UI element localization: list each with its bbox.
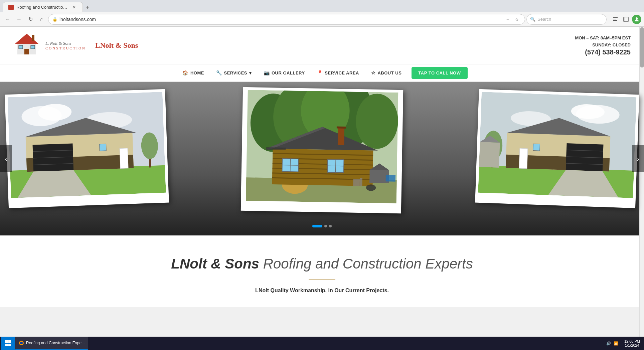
nav-about[interactable]: ☆ ABOUT US (365, 64, 408, 81)
svg-rect-75 (533, 144, 540, 151)
slider-dot-active[interactable] (312, 225, 322, 227)
slider-dots (312, 225, 332, 227)
heading-bold-text: LNolt & Sons (171, 256, 259, 272)
tab-bar: Roofing and Construction Expe... ✕ + (0, 0, 644, 12)
center-photo-inner (244, 90, 400, 203)
svg-rect-57 (360, 178, 362, 186)
tab-close-button[interactable]: ✕ (71, 4, 77, 10)
svg-rect-60 (386, 175, 395, 182)
svg-rect-56 (353, 179, 360, 186)
slider-image-right (475, 89, 639, 208)
nav-services[interactable]: 🔧 SERVICES ▾ (210, 64, 258, 81)
sidebar-button[interactable] (621, 15, 631, 24)
site-navigation: 🏠 HOME 🔧 SERVICES ▾ 📷 OUR GALLERY 📍 SERV… (0, 64, 644, 82)
home-nav-icon: 🏠 (182, 70, 188, 75)
right-building-image (478, 92, 636, 198)
url-more-button[interactable]: ··· (503, 15, 511, 23)
svg-rect-2 (613, 20, 617, 21)
left-building-image (7, 92, 166, 198)
home-button[interactable]: ⌂ (37, 14, 47, 24)
svg-rect-0 (613, 17, 618, 18)
content-divider (309, 279, 335, 280)
bookmark-button[interactable]: ☆ (513, 15, 521, 23)
nav-home[interactable]: 🏠 HOME (176, 64, 210, 81)
slider-image-center (241, 87, 403, 213)
search-icon: 🔍 (530, 17, 535, 22)
site-title: LNolt & Sons (95, 41, 138, 49)
scrollbar-thumb[interactable] (640, 27, 644, 67)
heading-script-text: Roofing and Construction Experts (263, 256, 473, 272)
website-content: L. Nolt & Sons CONSTRUCTION LNolt & Sons… (0, 27, 644, 307)
tab-title: Roofing and Construction Expe... (16, 5, 68, 10)
area-nav-icon: 📍 (317, 70, 323, 75)
search-bar[interactable]: 🔍 Search (526, 14, 607, 25)
svg-rect-11 (32, 35, 34, 41)
svg-rect-74 (519, 148, 528, 169)
right-photo-inner (478, 92, 636, 198)
logo-text: L. Nolt & Sons CONSTRUCTION (45, 41, 86, 50)
svg-rect-48 (337, 127, 346, 129)
active-tab[interactable]: Roofing and Construction Expe... ✕ (3, 2, 83, 12)
browser-icons (611, 15, 641, 24)
search-placeholder: Search (537, 17, 551, 22)
gallery-nav-icon: 📷 (264, 70, 270, 75)
logo-sub-text: CONSTRUCTION (45, 46, 86, 50)
svg-rect-9 (19, 45, 23, 49)
logo-image (13, 32, 40, 59)
browser-chrome: Roofing and Construction Expe... ✕ + ← →… (0, 0, 644, 27)
svg-line-54 (328, 166, 344, 166)
content-subtitle: LNolt Quality Workmanship, in Our Curren… (13, 288, 631, 294)
header-phone[interactable]: (574) 538-9225 (575, 48, 631, 56)
slider-dot-3[interactable] (329, 225, 332, 227)
svg-line-51 (282, 165, 299, 165)
url-bar[interactable]: 🔒 lnoltandsons.com ··· ☆ (48, 14, 525, 25)
browser-nav-bar: ← → ↻ ⌂ 🔒 lnoltandsons.com ··· ☆ 🔍 Searc… (0, 12, 644, 27)
site-header: L. Nolt & Sons CONSTRUCTION LNolt & Sons… (0, 27, 644, 64)
nav-service-area[interactable]: 📍 SERVICE AREA (311, 64, 365, 81)
svg-rect-55 (266, 147, 286, 150)
url-lock-icon: 🔒 (52, 17, 57, 22)
slider-images (0, 82, 644, 235)
new-tab-button[interactable]: + (83, 3, 92, 12)
center-cabin-image (244, 90, 400, 203)
reading-list-button[interactable] (611, 15, 620, 24)
svg-point-5 (636, 17, 638, 19)
cta-call-button[interactable]: TAP TO CALL NOW (412, 67, 467, 79)
profile-button[interactable] (632, 15, 641, 24)
svg-rect-8 (24, 49, 29, 54)
left-photo-inner (7, 92, 166, 198)
svg-rect-26 (100, 144, 107, 151)
url-actions: ··· ☆ (503, 15, 521, 23)
slider-prev-button[interactable]: ‹ (0, 145, 12, 172)
svg-rect-28 (149, 159, 151, 167)
svg-rect-1 (613, 19, 616, 19)
dropdown-icon: ▾ (249, 70, 252, 75)
main-heading: LNolt & Sons Roofing and Construction Ex… (13, 255, 631, 272)
svg-rect-25 (120, 148, 128, 169)
main-content-section: LNolt & Sons Roofing and Construction Ex… (0, 235, 644, 307)
slider-next-button[interactable]: › (632, 145, 644, 172)
about-nav-icon: ☆ (371, 70, 376, 75)
services-nav-icon: 🔧 (216, 70, 222, 75)
back-button[interactable]: ← (3, 14, 13, 24)
svg-rect-10 (31, 45, 35, 49)
header-hours: MON – SAT: 8AM–5PM EST SUNDAY: CLOSED (575, 35, 631, 49)
tab-favicon (8, 5, 14, 10)
slider-image-left (5, 89, 169, 208)
header-contact: MON – SAT: 8AM–5PM EST SUNDAY: CLOSED (5… (575, 35, 631, 56)
logo-area: L. Nolt & Sons CONSTRUCTION LNolt & Sons (13, 32, 138, 59)
nav-gallery[interactable]: 📷 OUR GALLERY (258, 64, 311, 81)
svg-rect-79 (479, 142, 500, 168)
hero-slider: ‹ (0, 82, 644, 235)
url-text: lnoltandsons.com (59, 17, 501, 22)
reload-button[interactable]: ↻ (25, 14, 35, 24)
svg-rect-4 (625, 17, 625, 22)
svg-rect-47 (338, 127, 344, 145)
svg-rect-3 (624, 17, 628, 22)
slider-dot-2[interactable] (324, 225, 327, 227)
forward-button[interactable]: → (14, 14, 24, 24)
